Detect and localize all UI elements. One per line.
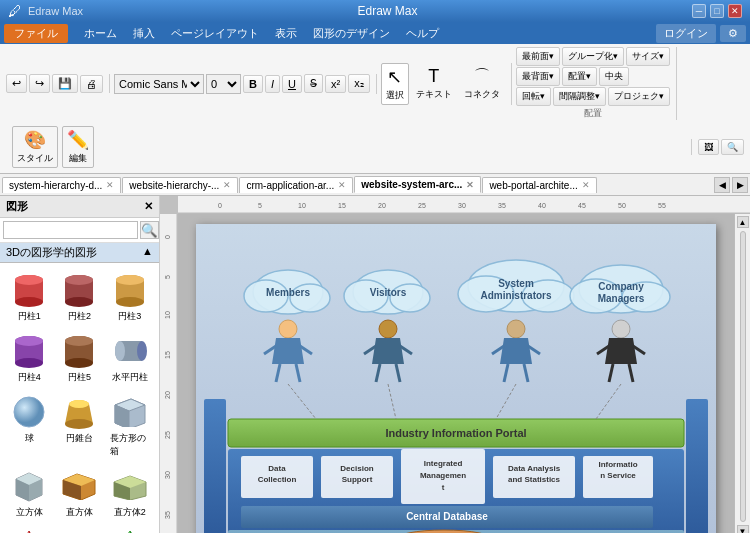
svg-point-18 <box>65 358 93 368</box>
shape-cylinder-red[interactable]: 円柱1 <box>6 269 52 326</box>
ribbon: ↩ ↪ 💾 🖨 Comic Sans MS 081012 B I U S̶ x²… <box>0 44 750 174</box>
interval-button[interactable]: 間隔調整▾ <box>553 87 606 106</box>
minimize-button[interactable]: ─ <box>692 4 706 18</box>
project-button[interactable]: プロジェク▾ <box>608 87 670 106</box>
login-button[interactable]: ログイン <box>656 24 716 43</box>
svg-text:10: 10 <box>164 311 171 319</box>
tab-left-arrow[interactable]: ◀ <box>714 177 730 193</box>
size-button[interactable]: サイズ▾ <box>626 47 670 66</box>
svg-text:Integrated: Integrated <box>424 459 463 468</box>
shape-search-input[interactable] <box>3 221 138 239</box>
shape-cuboid[interactable]: 直方体 <box>56 465 102 522</box>
shape-cylinder-gold[interactable]: 円柱3 <box>107 269 153 326</box>
shape-cylinder-purple[interactable]: 円柱4 <box>6 330 52 387</box>
svg-point-2 <box>15 297 43 307</box>
doc-tab-4[interactable]: web-portal-archite...✕ <box>482 177 596 193</box>
underline-button[interactable]: U <box>282 75 302 93</box>
scroll-down-button[interactable]: ▼ <box>737 525 749 533</box>
svg-text:and Statistics: and Statistics <box>508 475 561 484</box>
center-button[interactable]: 中央 <box>599 67 629 86</box>
maximize-button[interactable]: □ <box>710 4 724 18</box>
italic-button[interactable]: I <box>265 75 280 93</box>
text-tool[interactable]: T テキスト <box>411 63 457 104</box>
view-menu[interactable]: 表示 <box>267 24 305 43</box>
canvas-area: 0 5 10 15 20 25 30 35 40 45 50 55 0 5 <box>160 196 750 533</box>
shape-search-button[interactable]: 🔍 <box>140 221 159 239</box>
align-button[interactable]: 配置▾ <box>562 67 597 86</box>
svg-point-155 <box>507 320 525 338</box>
file-menu-button[interactable]: ファイル <box>4 24 68 43</box>
connector-tool[interactable]: ⌒ コネクタ <box>459 63 505 104</box>
svg-point-11 <box>116 275 144 285</box>
svg-point-161 <box>612 320 630 338</box>
svg-text:System: System <box>498 278 534 289</box>
shape-design-menu[interactable]: 図形のデザイン <box>305 24 398 43</box>
strikethrough-button[interactable]: S̶ <box>304 74 323 93</box>
svg-text:0: 0 <box>164 235 171 239</box>
shape-panel: 図形 ✕ 🔍 3Dの図形学的図形 ▲ <box>0 196 160 533</box>
svg-text:40: 40 <box>538 202 546 209</box>
insert-menu[interactable]: 挿入 <box>125 24 163 43</box>
shape-cylinder-dark[interactable]: 円柱2 <box>56 269 102 326</box>
edit-button[interactable]: ✏️ 編集 <box>62 126 94 168</box>
font-size-select[interactable]: 081012 <box>206 74 241 94</box>
superscript-button[interactable]: x² <box>325 75 346 93</box>
svg-text:30: 30 <box>458 202 466 209</box>
shape-tetrahedron[interactable]: 四面体 <box>56 526 102 533</box>
svg-point-3 <box>15 275 43 285</box>
home-menu[interactable]: ホーム <box>76 24 125 43</box>
doc-tab-3[interactable]: website-system-arc...✕ <box>354 176 481 193</box>
shape-cylinder-brown[interactable]: 円柱5 <box>56 330 102 387</box>
settings-button[interactable]: ⚙ <box>720 25 746 42</box>
save-button[interactable]: 💾 <box>52 74 78 93</box>
doc-tab-1[interactable]: website-hierarchy-...✕ <box>122 177 238 193</box>
select-tool[interactable]: ↖ 選択 <box>381 63 409 105</box>
svg-text:Managemen: Managemen <box>420 471 466 480</box>
shape-box[interactable]: 長方形の箱 <box>107 391 153 461</box>
svg-marker-156 <box>500 338 532 364</box>
shape-category-header[interactable]: 3Dの図形学的図形 ▲ <box>0 243 159 263</box>
svg-text:Collection: Collection <box>258 475 297 484</box>
page-layout-menu[interactable]: ページレイアウト <box>163 24 267 43</box>
shape-cube[interactable]: 立方体 <box>6 465 52 522</box>
doc-tab-0[interactable]: system-hierarchy-d...✕ <box>2 177 121 193</box>
rotate-button[interactable]: 回転▾ <box>516 87 551 106</box>
style-button[interactable]: 🎨 スタイル <box>12 126 58 168</box>
svg-text:Data: Data <box>268 464 286 473</box>
document-tabs: system-hierarchy-d...✕ website-hierarchy… <box>0 174 750 196</box>
doc-tab-2[interactable]: crm-application-ar...✕ <box>239 177 353 193</box>
undo-button[interactable]: ↩ <box>6 74 27 93</box>
shape-frustum[interactable]: 円錐台 <box>56 391 102 461</box>
shape-cylinder-horizontal[interactable]: 水平円柱 <box>107 330 153 387</box>
arrange-label: 配置 <box>516 107 670 120</box>
help-menu[interactable]: ヘルプ <box>398 24 447 43</box>
close-button[interactable]: ✕ <box>728 4 742 18</box>
svg-text:n Service: n Service <box>600 471 636 480</box>
bold-button[interactable]: B <box>243 75 263 93</box>
scroll-up-button[interactable]: ▲ <box>737 216 749 228</box>
close-panel-button[interactable]: ✕ <box>144 200 153 213</box>
shape-pyramid5[interactable]: 五角錐 <box>107 526 153 533</box>
print-button[interactable]: 🖨 <box>80 75 103 93</box>
font-family-select[interactable]: Comic Sans MS <box>114 74 204 94</box>
tab-right-arrow[interactable]: ▶ <box>732 177 748 193</box>
shape-cuboid2[interactable]: 直方体2 <box>107 465 153 522</box>
svg-point-149 <box>379 320 397 338</box>
svg-text:20: 20 <box>378 202 386 209</box>
subscript-button[interactable]: x₂ <box>348 74 370 93</box>
svg-text:Decision: Decision <box>340 464 373 473</box>
svg-marker-162 <box>605 338 637 364</box>
svg-point-23 <box>115 341 125 361</box>
svg-point-7 <box>65 275 93 285</box>
shape-sphere[interactable]: 球 <box>6 391 52 461</box>
vertical-scrollbar[interactable] <box>740 231 746 522</box>
svg-point-19 <box>65 336 93 346</box>
zoom-button[interactable]: 🔍 <box>721 139 744 155</box>
redo-button[interactable]: ↪ <box>29 74 50 93</box>
image-button[interactable]: 🖼 <box>698 139 719 155</box>
shape-pyramid4[interactable]: 四角錐 <box>6 526 52 533</box>
diagram-canvas[interactable]: Platform Building Performance Principles… <box>178 214 734 533</box>
back-button[interactable]: 最背面▾ <box>516 67 560 86</box>
group-button[interactable]: グループ化▾ <box>562 47 624 66</box>
front-button[interactable]: 最前面▾ <box>516 47 560 66</box>
